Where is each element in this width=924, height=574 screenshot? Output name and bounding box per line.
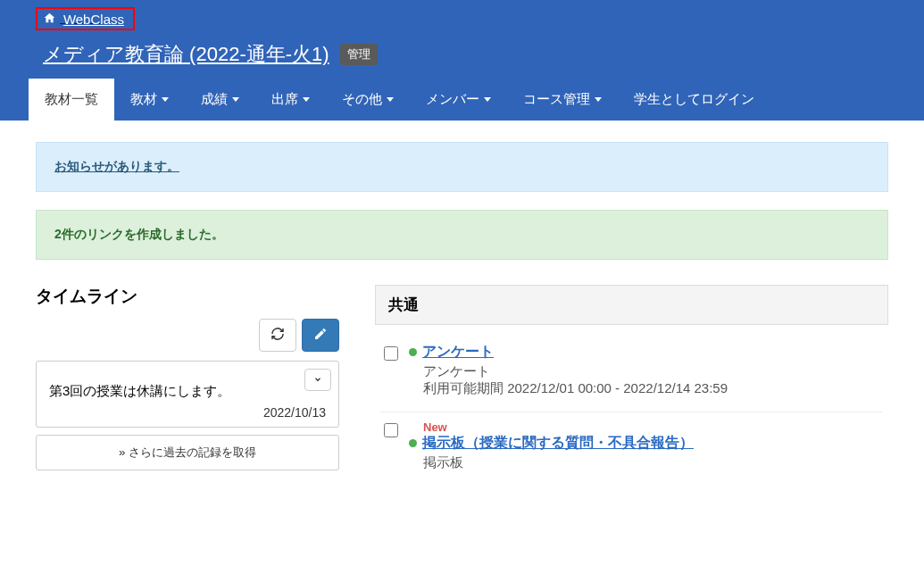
tab-attendance-label: 出席: [271, 91, 298, 108]
content-item: New 掲示板（授業に関する質問・不具合報告） 掲示板: [380, 412, 883, 486]
caret-down-icon: [303, 97, 310, 102]
content-period-label: 利用可能期間 2022/12/01 00:00 - 2022/12/14 23:…: [423, 380, 879, 397]
tab-grades-label: 成績: [201, 91, 228, 108]
content-item: アンケート アンケート 利用可能期間 2022/12/01 00:00 - 20…: [380, 336, 883, 412]
timeline-item-date: 2022/10/13: [49, 405, 326, 420]
chevron-down-icon: [312, 373, 323, 387]
new-badge: New: [423, 420, 447, 434]
timeline-column: タイムライン 第3回の授: [36, 285, 339, 470]
status-dot-icon: [409, 439, 417, 447]
content-checkbox[interactable]: [384, 346, 398, 361]
tab-course-admin[interactable]: コース管理: [507, 79, 618, 121]
caret-down-icon: [232, 97, 239, 102]
tab-other[interactable]: その他: [326, 79, 410, 121]
content-link-board[interactable]: 掲示板（授業に関する質問・不具合報告）: [422, 434, 694, 453]
content-list: アンケート アンケート 利用可能期間 2022/12/01 00:00 - 20…: [375, 325, 888, 496]
content-link-survey[interactable]: アンケート: [422, 343, 494, 362]
tab-grades[interactable]: 成績: [185, 79, 255, 121]
timeline-heading: タイムライン: [36, 285, 339, 308]
load-history-button[interactable]: » さらに過去の記録を取得: [36, 435, 339, 470]
content-type-label: アンケート: [423, 363, 879, 380]
edit-button[interactable]: [302, 319, 339, 352]
refresh-button[interactable]: [259, 319, 296, 352]
tab-materials-list[interactable]: 教材一覧: [29, 79, 114, 121]
nav-tabs: 教材一覧 教材 成績 出席 その他 メンバー コース管理 学生としてログイン: [0, 79, 924, 121]
panel-heading-common: 共通: [375, 285, 888, 325]
content-checkbox[interactable]: [384, 423, 398, 437]
tab-login-as-student[interactable]: 学生としてログイン: [618, 79, 770, 121]
tab-members-label: メンバー: [426, 91, 479, 108]
caret-down-icon: [595, 97, 602, 102]
pencil-icon: [313, 327, 328, 344]
tab-materials[interactable]: 教材: [114, 79, 185, 121]
status-dot-icon: [409, 348, 417, 356]
webclass-home-label: WebClass: [63, 12, 124, 27]
materials-column: 共通 アンケート アンケート 利用可能期間 2022/12/01 00:00 -…: [375, 285, 888, 496]
timeline-card: 第3回の授業は休講にします。 2022/10/13: [36, 361, 339, 428]
home-icon: [43, 12, 56, 27]
admin-badge: 管理: [340, 44, 378, 65]
content-type-label: 掲示板: [423, 454, 879, 471]
tab-other-label: その他: [342, 91, 382, 108]
refresh-icon: [271, 327, 285, 344]
tab-course-admin-label: コース管理: [523, 91, 590, 108]
timeline-item-text: 第3回の授業は休講にします。: [49, 383, 326, 400]
webclass-home-link[interactable]: WebClass: [36, 7, 135, 30]
timeline-options-button[interactable]: [304, 369, 331, 391]
topbar: WebClass メディア教育論 (2022-通年-火1) 管理 教材一覧 教材…: [0, 0, 924, 121]
success-alert: 2件のリンクを作成しました。: [36, 210, 888, 260]
tab-materials-label: 教材: [130, 91, 157, 108]
info-alert[interactable]: お知らせがあります。: [36, 142, 888, 192]
caret-down-icon: [387, 97, 394, 102]
tab-members[interactable]: メンバー: [410, 79, 507, 121]
caret-down-icon: [162, 97, 169, 102]
caret-down-icon: [484, 97, 491, 102]
main-content: お知らせがあります。 2件のリンクを作成しました。 タイムライン: [0, 121, 924, 518]
course-title-link[interactable]: メディア教育論 (2022-通年-火1): [43, 41, 329, 68]
tab-attendance[interactable]: 出席: [255, 79, 326, 121]
